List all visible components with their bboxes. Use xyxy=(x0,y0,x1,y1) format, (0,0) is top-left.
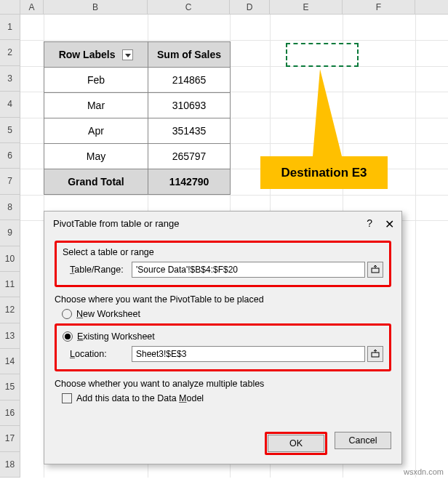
row-header-9[interactable]: 9 xyxy=(0,220,20,246)
pivot-header-rowlabels[interactable]: Row Labels xyxy=(44,42,148,68)
row-labels-dropdown-icon[interactable] xyxy=(122,49,133,60)
pivot-value[interactable]: 351435 xyxy=(148,118,231,144)
dialog-title: PivotTable from table or range xyxy=(44,212,401,232)
row-header-11[interactable]: 11 xyxy=(0,272,20,297)
pivot-value[interactable]: 265797 xyxy=(148,144,231,169)
add-to-data-model-option[interactable]: Add this data to the Data Model xyxy=(62,393,391,403)
select-range-section: Select a table or range Table/Range: xyxy=(55,241,391,287)
pivot-label[interactable]: Mar xyxy=(44,93,148,118)
radio-icon xyxy=(62,309,72,319)
dialog-help-icon[interactable]: ? xyxy=(367,217,372,229)
select-range-label: Select a table or range xyxy=(63,247,383,257)
table-row: May 265797 xyxy=(44,144,231,169)
location-label: Location: xyxy=(63,349,132,359)
row-header-12[interactable]: 12 xyxy=(0,297,20,323)
ok-highlight: OK xyxy=(265,432,327,455)
table-row: Apr 351435 xyxy=(44,118,231,144)
col-header-E[interactable]: E xyxy=(270,0,343,14)
row-header-2[interactable]: 2 xyxy=(0,40,20,65)
selection-marquee xyxy=(286,43,359,67)
add-to-data-model-label: Add this data to the Data Model xyxy=(76,393,204,403)
row-header-6[interactable]: 6 xyxy=(0,143,20,169)
table-row: Feb 214865 xyxy=(44,68,231,93)
placement-label: Choose where you want the PivotTable to … xyxy=(55,294,391,305)
row-header-3[interactable]: 3 xyxy=(0,66,20,92)
radio-icon xyxy=(63,331,73,342)
row-header-14[interactable]: 14 xyxy=(0,349,20,374)
row-header-4[interactable]: 4 xyxy=(0,92,20,117)
row-header-10[interactable]: 10 xyxy=(0,246,20,272)
pivot-total-label[interactable]: Grand Total xyxy=(44,169,148,195)
svg-rect-0 xyxy=(372,268,379,273)
close-icon[interactable]: ✕ xyxy=(385,217,394,231)
location-input[interactable] xyxy=(132,346,365,362)
pivot-total-value[interactable]: 1142790 xyxy=(148,169,231,195)
table-range-input[interactable] xyxy=(132,262,365,278)
pivot-label[interactable]: May xyxy=(44,144,148,169)
row-header-5[interactable]: 5 xyxy=(0,118,20,143)
existing-worksheet-label: Existing Worksheet xyxy=(77,331,155,342)
pivot-value[interactable]: 214865 xyxy=(148,68,231,93)
callout: Destination E3 xyxy=(260,156,388,189)
new-worksheet-label: New Worksheet xyxy=(76,309,140,319)
row-headers: 1 2 3 4 5 6 7 8 9 10 11 12 13 14 15 16 1… xyxy=(0,15,20,478)
existing-worksheet-option[interactable]: Existing Worksheet xyxy=(63,331,383,342)
row-header-15[interactable]: 15 xyxy=(0,374,20,400)
pivottable-dialog: PivotTable from table or range ? ✕ Selec… xyxy=(44,211,402,464)
svg-rect-1 xyxy=(372,353,379,357)
pivot-table: Row Labels Sum of Sales Feb 214865 Mar 3… xyxy=(44,41,231,195)
ok-button[interactable]: OK xyxy=(268,435,324,452)
watermark: wsxdn.com xyxy=(404,467,444,476)
dialog-footer: OK Cancel xyxy=(265,432,391,455)
existing-worksheet-section: Existing Worksheet Location: xyxy=(55,323,391,371)
pivot-label[interactable]: Apr xyxy=(44,118,148,144)
table-range-label: Table/Range: xyxy=(63,265,132,275)
callout-tail xyxy=(313,69,342,156)
row-header-18[interactable]: 18 xyxy=(0,452,20,478)
pivot-value[interactable]: 310693 xyxy=(148,93,231,118)
collapse-range-icon[interactable] xyxy=(367,346,383,362)
row-header-16[interactable]: 16 xyxy=(0,400,20,426)
checkbox-icon xyxy=(62,393,72,403)
row-header-13[interactable]: 13 xyxy=(0,323,20,349)
column-headers: A B C D E F xyxy=(0,0,448,15)
new-worksheet-option[interactable]: New Worksheet xyxy=(62,309,391,319)
multiple-tables-label: Choose whether you want to analyze multi… xyxy=(55,379,391,389)
pivot-header-sum: Sum of Sales xyxy=(148,42,231,68)
col-header-D[interactable]: D xyxy=(230,0,270,14)
select-all-corner[interactable] xyxy=(0,0,20,14)
col-header-F[interactable]: F xyxy=(343,0,415,14)
pivot-header-rowlabels-text: Row Labels xyxy=(59,49,116,60)
col-header-C[interactable]: C xyxy=(148,0,230,14)
table-row: Mar 310693 xyxy=(44,93,231,118)
collapse-range-icon[interactable] xyxy=(367,262,383,278)
row-header-1[interactable]: 1 xyxy=(0,15,20,40)
col-header-A[interactable]: A xyxy=(20,0,44,14)
cancel-button[interactable]: Cancel xyxy=(335,432,391,449)
row-header-8[interactable]: 8 xyxy=(0,195,20,220)
col-header-B[interactable]: B xyxy=(44,0,148,14)
pivot-label[interactable]: Feb xyxy=(44,68,148,93)
row-header-17[interactable]: 17 xyxy=(0,426,20,451)
table-row-total: Grand Total 1142790 xyxy=(44,169,231,195)
row-header-7[interactable]: 7 xyxy=(0,169,20,194)
